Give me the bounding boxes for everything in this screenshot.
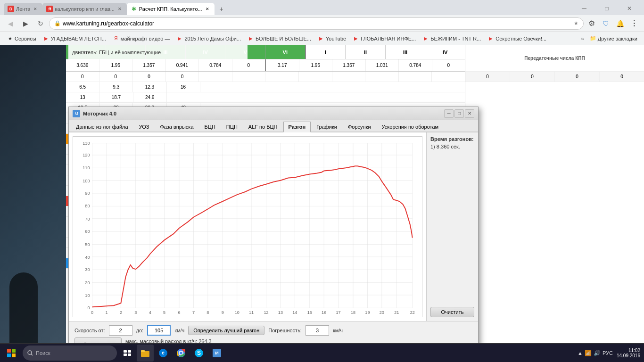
tab-lenta[interactable]: D Лента ✕ bbox=[4, 3, 42, 15]
svg-rect-86 bbox=[141, 350, 145, 352]
svg-rect-83 bbox=[124, 354, 127, 356]
date-text: 14.09.2016 bbox=[617, 353, 640, 358]
bookmark-sheep[interactable]: ▶ Секретные Овечки!... bbox=[485, 33, 549, 44]
svg-text:0: 0 bbox=[87, 305, 90, 310]
find-best-launch-button[interactable]: Определить лучший разгон bbox=[188, 326, 264, 335]
clock-display[interactable]: 11:02 14.09.2016 bbox=[617, 348, 640, 358]
svg-text:0: 0 bbox=[91, 311, 93, 315]
tab-bcn[interactable]: БЦН bbox=[199, 122, 221, 132]
bookmark-bejim[interactable]: ▶ БЕЖИIIИМ - TNT R... bbox=[420, 33, 484, 44]
chrome-button[interactable] bbox=[173, 345, 190, 362]
file-explorer-button[interactable] bbox=[137, 345, 154, 362]
tab-uoz[interactable]: УОЗ bbox=[134, 122, 155, 132]
windows-logo-icon bbox=[7, 349, 16, 357]
tab-gearbox[interactable]: ✱ Расчет КПП. Калькулято... ✕ bbox=[127, 3, 215, 15]
bookmark-youtube[interactable]: ▶ YouTube bbox=[315, 33, 349, 44]
bookmarks-bar: ★ Сервисы ▶ УГАДЫВАЕМ ЛЕТСП... Я майнкра… bbox=[0, 32, 644, 45]
svg-text:19: 19 bbox=[365, 311, 370, 315]
address-bar[interactable]: 🔒 ★ bbox=[49, 17, 584, 30]
back-button[interactable]: ◀ bbox=[4, 17, 17, 30]
skype-icon: S bbox=[195, 349, 203, 357]
error-label: Погрешность: bbox=[268, 328, 302, 333]
svg-rect-75 bbox=[7, 349, 11, 353]
tab-calculator[interactable]: Я калькулятор кпп и глав... ✕ bbox=[42, 3, 126, 15]
forward-button[interactable]: ▶ bbox=[19, 17, 32, 30]
dialog-app-icon: M bbox=[73, 110, 80, 117]
svg-text:22: 22 bbox=[410, 311, 415, 315]
chart-sidebar: Время разгонов: 1) 8,360 сек. Очистить bbox=[426, 132, 478, 321]
tab1-favicon: D bbox=[8, 6, 14, 12]
more-bookmarks[interactable]: » bbox=[579, 36, 586, 41]
shield-icon[interactable]: 🛡 bbox=[600, 17, 612, 30]
engine-label: двигатель: ГБЦ и её комплектующие bbox=[68, 45, 248, 59]
error-input[interactable] bbox=[305, 325, 329, 336]
dialog-maximize-button[interactable]: □ bbox=[454, 109, 464, 118]
speed-from-input[interactable] bbox=[109, 325, 132, 336]
svg-text:30: 30 bbox=[85, 267, 90, 272]
tab-graphs[interactable]: Графики bbox=[311, 122, 342, 132]
url-input[interactable] bbox=[63, 20, 574, 27]
speed-from-label: Скорость от: bbox=[74, 328, 105, 333]
minimize-button[interactable]: ─ bbox=[573, 3, 595, 14]
ratio-12: 0 bbox=[432, 59, 465, 71]
dialog-close-button[interactable]: ✕ bbox=[465, 109, 474, 118]
bookmark-star[interactable]: ★ bbox=[574, 20, 578, 26]
tab3-close[interactable]: ✕ bbox=[204, 6, 211, 12]
motorchik-app-button[interactable]: M bbox=[208, 345, 225, 362]
tab2-close[interactable]: ✕ bbox=[116, 6, 123, 12]
bell-icon[interactable]: 🔔 bbox=[614, 17, 626, 30]
close-button[interactable]: ✕ bbox=[619, 3, 640, 14]
footer-row1: Скорость от: до: км/ч Определить лучший … bbox=[74, 325, 472, 336]
bookmark-minecraft[interactable]: Я майнкрафт видео — bbox=[110, 33, 173, 44]
dialog-body: 0 10 20 30 40 50 60 70 80 90 100 110 120… bbox=[69, 132, 478, 321]
edge-button[interactable]: e bbox=[155, 345, 172, 362]
svg-text:10: 10 bbox=[235, 311, 239, 315]
clear-button[interactable]: Очистить bbox=[430, 307, 474, 317]
open-log-button[interactable]: Открыть лог bbox=[74, 337, 122, 343]
ratio-10: 1.031 bbox=[366, 59, 399, 71]
background-image bbox=[0, 45, 66, 343]
ratio-3: 1.357 bbox=[132, 59, 166, 71]
extensions-icon[interactable]: ⚙ bbox=[586, 17, 598, 30]
bookmark-bolshe[interactable]: ▶ БОЛЬШЕ И БОЛЬШЕ... bbox=[245, 33, 314, 44]
bookmark-global[interactable]: ▶ ГЛОБАЛЬНАЯ ИНФЕ... bbox=[350, 33, 419, 44]
tab-log-data[interactable]: Данные из лог файла bbox=[71, 122, 133, 132]
svg-text:9: 9 bbox=[222, 311, 224, 315]
taskbar-search[interactable]: Поиск bbox=[23, 346, 117, 361]
maximize-button[interactable]: □ bbox=[596, 3, 618, 14]
svg-rect-76 bbox=[12, 349, 16, 353]
speed-to-input[interactable] bbox=[147, 325, 171, 336]
svg-text:12: 12 bbox=[264, 311, 268, 315]
ratio-11: 0.784 bbox=[399, 59, 432, 71]
bookmark-leto[interactable]: ▶ 2015 Лето Дамы Офи... bbox=[173, 33, 244, 44]
tab-phase[interactable]: Фаза впрыска bbox=[155, 122, 198, 132]
skype-button[interactable]: S bbox=[190, 345, 207, 362]
start-button[interactable] bbox=[0, 344, 23, 362]
folder-icon: 📁 bbox=[590, 35, 596, 41]
tab1-close[interactable]: ✕ bbox=[32, 6, 39, 12]
svg-text:18: 18 bbox=[351, 311, 355, 315]
col-IV-2: IV bbox=[425, 45, 465, 59]
menu-icon[interactable]: ⋮ bbox=[628, 17, 640, 30]
motorchik-icon: M bbox=[213, 349, 221, 357]
other-bookmarks[interactable]: 📁 Другие закладки bbox=[587, 33, 640, 44]
motorchik-dialog: M Моторчик 4.0 ─ □ ✕ Данные из лог файла… bbox=[68, 107, 479, 343]
svg-point-79 bbox=[28, 351, 32, 354]
bookmark-youtube-label: YouTube bbox=[326, 36, 346, 41]
new-tab-button[interactable]: + bbox=[215, 3, 228, 15]
task-view-button[interactable] bbox=[119, 345, 136, 362]
tab-razgon[interactable]: Разгон bbox=[283, 122, 311, 132]
bookmark-letsp[interactable]: ▶ УГАДЫВАЕМ ЛЕТСП... bbox=[40, 33, 109, 44]
svg-line-80 bbox=[31, 354, 33, 355]
up-arrow-icon[interactable]: ▲ bbox=[578, 350, 583, 356]
dialog-minimize-button[interactable]: ─ bbox=[444, 109, 454, 118]
tab-pcn[interactable]: ПЦН bbox=[221, 122, 243, 132]
reload-button[interactable]: ↻ bbox=[34, 17, 47, 30]
tab-acceleration[interactable]: Ускорения по оборотам bbox=[377, 122, 444, 132]
svg-text:130: 130 bbox=[83, 141, 90, 146]
ratio-6: 0 bbox=[232, 59, 266, 71]
tab-injectors[interactable]: Форсунки bbox=[343, 122, 376, 132]
tab-alf[interactable]: ALF по БЦН bbox=[243, 122, 283, 132]
svg-text:70: 70 bbox=[85, 217, 90, 222]
bookmark-services[interactable]: ★ Сервисы bbox=[4, 33, 39, 44]
